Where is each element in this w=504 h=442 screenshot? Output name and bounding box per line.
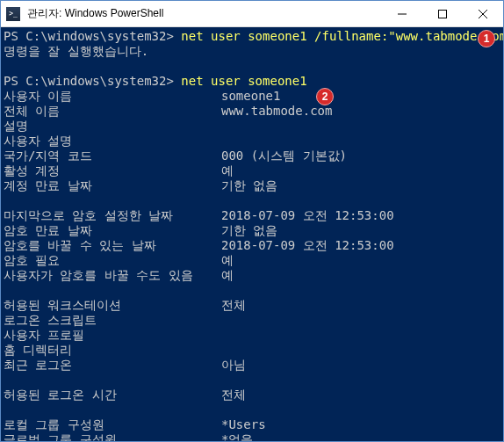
value: 예 (221, 268, 234, 282)
label: 암호 만료 날짜 (4, 223, 221, 238)
annotation-badge-2: 2 (316, 88, 334, 105)
label: 전체 이름 (4, 104, 221, 119)
label: 로그온 스크립트 (4, 313, 221, 328)
label: 사용자가 암호를 바꿀 수도 있음 (4, 268, 221, 283)
label: 허용된 로그온 시간 (4, 388, 221, 402)
value: *없음 (221, 432, 253, 441)
window-title: 관리자: Windows PowerShell (25, 6, 382, 21)
label: 암호 필요 (4, 253, 221, 268)
minimize-button[interactable] (382, 1, 422, 26)
label: 최근 로그온 (4, 358, 221, 373)
value: www.tabmode.com (221, 104, 332, 118)
value: 전체 (221, 388, 246, 402)
label: 로컬 그룹 구성원 (4, 417, 221, 432)
titlebar[interactable]: 관리자: Windows PowerShell (1, 1, 503, 27)
powershell-window: 관리자: Windows PowerShell PS C:\windows\sy… (0, 0, 504, 442)
value: 아님 (221, 358, 246, 372)
label: 허용된 워크스테이션 (4, 298, 221, 313)
value: 예 (221, 253, 234, 267)
label: 사용자 설명 (4, 134, 221, 149)
value: 000 (시스템 기본값) (221, 149, 347, 163)
output-line: 명령을 잘 실행했습니다. (4, 44, 148, 58)
value: 예 (221, 163, 234, 178)
ps-icon (1, 7, 25, 21)
label: 마지막으로 암호 설정한 날짜 (4, 208, 221, 223)
command-2: net user someone1 (181, 74, 306, 88)
label: 글로벌 그룹 구성원 (4, 432, 221, 441)
label: 암호를 바꿀 수 있는 날짜 (4, 238, 221, 253)
label: 홈 디렉터리 (4, 343, 221, 358)
annotation-badge-1: 1 (478, 30, 495, 47)
value: 2018-07-09 오전 12:53:00 (221, 208, 394, 222)
value: *Users (221, 417, 266, 431)
label: 설명 (4, 119, 221, 134)
value: 전체 (221, 298, 246, 312)
value: 기한 없음 (221, 178, 277, 192)
terminal-output[interactable]: PS C:\windows\system32> net user someone… (1, 27, 503, 441)
window-controls (382, 1, 503, 26)
value: someone1 (221, 89, 280, 103)
label: 사용자 프로필 (4, 328, 221, 343)
prompt: PS C:\windows\system32> (4, 74, 174, 88)
maximize-button[interactable] (422, 1, 463, 26)
close-button[interactable] (463, 1, 503, 26)
label: 활성 계정 (4, 163, 221, 178)
command-1: net user someone1 /fullname:"www.tabmode… (181, 29, 503, 43)
label: 사용자 이름 (4, 89, 221, 104)
svg-rect-1 (439, 10, 447, 18)
prompt: PS C:\windows\system32> (4, 29, 174, 43)
value: 기한 없음 (221, 223, 277, 237)
label: 국가/지역 코드 (4, 149, 221, 163)
value: 2018-07-09 오전 12:53:00 (221, 238, 394, 252)
label: 계정 만료 날짜 (4, 178, 221, 193)
